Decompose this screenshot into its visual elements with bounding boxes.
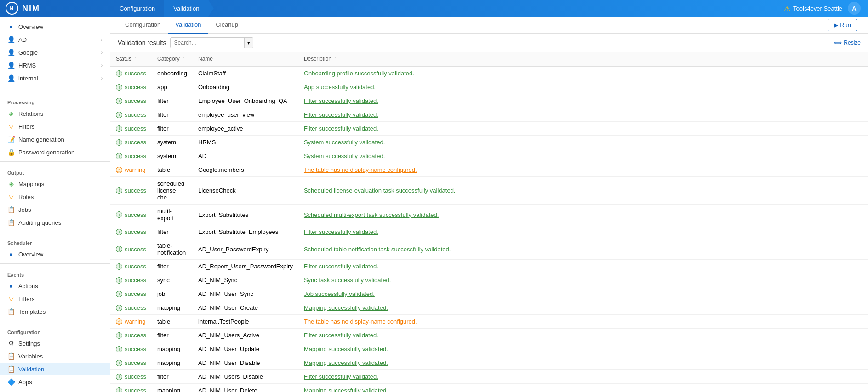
sidebar-item-apps[interactable]: 🔷 Apps <box>0 375 110 388</box>
cell-description: Filter successfully validated. <box>298 122 868 136</box>
search-input[interactable] <box>171 38 244 48</box>
chevron-right-icon: › <box>101 50 103 55</box>
actions-icon: ● <box>7 282 15 290</box>
tab-validation[interactable]: Validation <box>168 17 208 34</box>
cell-description: Mapping successfully validated. <box>298 384 868 392</box>
cell-description: Filter successfully validated. <box>298 260 868 273</box>
sidebar-item-google[interactable]: 👤 Google › <box>0 46 110 59</box>
status-text: success <box>125 125 146 132</box>
sidebar-item-mappings[interactable]: ◈ Mappings <box>0 177 110 190</box>
tab-configuration[interactable]: Configuration <box>118 17 168 34</box>
table-row: i success system AD System successfully … <box>110 149 868 163</box>
cell-name: Onboarding <box>193 80 298 94</box>
validation-icon: 📋 <box>7 365 15 373</box>
description-link[interactable]: Filter successfully validated. <box>304 125 378 132</box>
search-dropdown-button[interactable]: ▾ <box>244 38 253 48</box>
sidebar-item-relations[interactable]: ◈ Relations <box>0 107 110 120</box>
table-row: i success mapping AD_NIM_User_Delete Map… <box>110 384 868 392</box>
chevron-right-icon: › <box>101 76 103 81</box>
sidebar-item-auditing[interactable]: 📋 Auditing queries <box>0 216 110 229</box>
description-link[interactable]: Filter successfully validated. <box>304 263 378 270</box>
sidebar-item-internal[interactable]: 👤 internal › <box>0 72 110 85</box>
description-link[interactable]: Filter successfully validated. <box>304 373 378 380</box>
sidebar-item-onboarding[interactable]: 👥 Onboarding <box>0 388 110 392</box>
sidebar-item-validation[interactable]: 📋 Validation <box>0 363 110 375</box>
description-link[interactable]: Onboarding profile successfully validate… <box>304 70 414 77</box>
cell-name: Employee_User_Onboarding_QA <box>193 94 298 108</box>
status-text: success <box>125 153 146 159</box>
sidebar-item-jobs[interactable]: 📋 Jobs <box>0 203 110 216</box>
description-link[interactable]: Mapping successfully validated. <box>304 346 388 352</box>
cell-name: AD <box>193 149 298 163</box>
sidebar-item-templates[interactable]: 📋 Templates <box>0 305 110 318</box>
col-category-sort[interactable]: ⋮ <box>182 57 186 62</box>
status-icon: i <box>116 291 122 297</box>
user-avatar[interactable]: A <box>848 2 861 15</box>
cell-name: AD_NIM_User_Disable <box>193 356 298 370</box>
cell-status: i success <box>110 384 152 392</box>
resize-button[interactable]: ⟺ Resize <box>834 40 861 46</box>
tab-cleanup[interactable]: Cleanup <box>208 17 245 34</box>
col-category: Category ⋮ <box>152 52 193 66</box>
table-row: i success scheduled license che... Licen… <box>110 177 868 205</box>
cell-description: Mapping successfully validated. <box>298 342 868 356</box>
run-button[interactable]: ▶ Run <box>828 19 857 31</box>
col-status: Status ⋮ <box>110 52 152 66</box>
sidebar-item-overview[interactable]: ● Overview <box>0 20 110 33</box>
cell-category: mapping <box>152 301 193 315</box>
description-link[interactable]: Mapping successfully validated. <box>304 387 388 392</box>
chevron-right-icon: › <box>101 37 103 42</box>
description-link[interactable]: Mapping successfully validated. <box>304 304 388 311</box>
status-icon: i <box>116 305 122 311</box>
description-link[interactable]: System successfully validated. <box>304 153 385 159</box>
status-text: success <box>125 277 146 284</box>
sidebar-item-roles[interactable]: ▽ Roles <box>0 190 110 203</box>
description-link[interactable]: Sync task successfully validated. <box>304 277 391 284</box>
description-link[interactable]: Filter successfully validated. <box>304 228 378 235</box>
settings-icon: ⚙ <box>7 340 15 347</box>
description-link[interactable]: Filter successfully validated. <box>304 332 378 339</box>
sidebar-item-ad[interactable]: 👤 AD › <box>0 33 110 46</box>
cell-name: ClaimStaff <box>193 66 298 80</box>
sidebar-item-settings[interactable]: ⚙ Settings <box>0 337 110 350</box>
sidebar-item-scheduler-overview[interactable]: ● Overview <box>0 248 110 261</box>
cell-description: Filter successfully validated. <box>298 108 868 122</box>
breadcrumb-configuration[interactable]: Configuration <box>110 0 164 17</box>
description-link[interactable]: System successfully validated. <box>304 139 385 146</box>
status-text: success <box>125 373 146 380</box>
cell-status: i success <box>110 205 152 225</box>
cell-description: Job successfully validated. <box>298 287 868 301</box>
sidebar-item-password-generation[interactable]: 🔒 Password generation <box>0 146 110 159</box>
cell-description: Sync task successfully validated. <box>298 273 868 287</box>
sidebar-item-filters-processing[interactable]: ▽ Filters <box>0 120 110 133</box>
status-text: success <box>125 228 146 235</box>
description-link[interactable]: The table has no display-name configured… <box>304 318 417 325</box>
description-link[interactable]: Scheduled table notification task succes… <box>304 246 451 253</box>
scheduler-section-label: Scheduler <box>0 235 110 248</box>
cell-name: HRMS <box>193 136 298 149</box>
table-row: i success filter employee_active Filter … <box>110 122 868 136</box>
description-link[interactable]: Mapping successfully validated. <box>304 359 388 366</box>
col-status-sort[interactable]: ⋮ <box>133 57 138 62</box>
cell-description: Mapping successfully validated. <box>298 301 868 315</box>
description-link[interactable]: Scheduled license-evaluation task succes… <box>304 187 456 194</box>
col-desc-sort[interactable]: ⋮ <box>333 57 338 62</box>
sidebar-item-hrms[interactable]: 👤 HRMS › <box>0 59 110 72</box>
col-name-sort[interactable]: ⋮ <box>215 57 219 62</box>
description-link[interactable]: Filter successfully validated. <box>304 97 378 104</box>
sidebar-item-variables[interactable]: 📋 Variables <box>0 350 110 363</box>
cell-status: i success <box>110 94 152 108</box>
description-link[interactable]: Scheduled multi-export task successfully… <box>304 211 439 218</box>
table-row: i success filter AD_NIM_Users_Disable Fi… <box>110 370 868 384</box>
sidebar-item-name-generation[interactable]: 📝 Name generation <box>0 133 110 146</box>
table-row: i success app Onboarding App successfull… <box>110 80 868 94</box>
description-link[interactable]: App successfully validated. <box>304 84 376 91</box>
description-link[interactable]: Filter successfully validated. <box>304 111 378 118</box>
cell-description: Filter successfully validated. <box>298 370 868 384</box>
breadcrumb-validation[interactable]: Validation <box>164 0 208 17</box>
roles-icon: ▽ <box>7 193 15 200</box>
description-link[interactable]: The table has no display-name configured… <box>304 166 417 173</box>
sidebar-item-actions[interactable]: ● Actions <box>0 279 110 292</box>
sidebar-item-filters-events[interactable]: ▽ Filters <box>0 292 110 305</box>
description-link[interactable]: Job successfully validated. <box>304 290 375 297</box>
